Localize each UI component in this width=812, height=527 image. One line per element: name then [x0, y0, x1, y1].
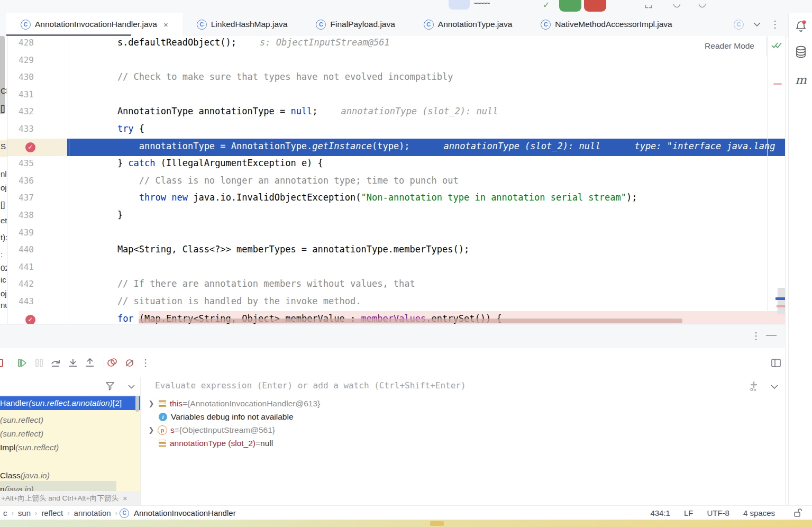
search-icon[interactable]: ◡: [673, 0, 681, 9]
variables-panel[interactable]: ❯this = {AnnotationInvocationHandler@613…: [141, 395, 785, 505]
add-watch-icon[interactable]: [747, 379, 760, 392]
code-line-row[interactable]: 433 try {: [0, 121, 785, 139]
watches-chevron-icon[interactable]: [768, 380, 781, 393]
code-line-row[interactable]: 439: [0, 225, 785, 242]
tab-annotationtype-java[interactable]: CAnnotationType.java: [409, 13, 526, 36]
line-number[interactable]: 440: [10, 244, 34, 255]
status-item[interactable]: LF: [684, 508, 694, 517]
notifications-bell-icon[interactable]: [794, 19, 808, 33]
breadcrumb-item[interactable]: reflect: [41, 508, 63, 517]
debug-more-kebab-icon[interactable]: ⋮: [139, 357, 152, 369]
layout-settings-icon[interactable]: [770, 357, 782, 369]
editor-vertical-scrollbar[interactable]: [778, 288, 785, 314]
line-number[interactable]: 436: [10, 176, 34, 186]
variable-row[interactable]: iVariables debug info not available: [141, 410, 294, 423]
code-line-row[interactable]: 441: [0, 259, 785, 277]
breakpoint-icon[interactable]: ✓: [25, 315, 35, 324]
add-user-icon[interactable]: ⌞⌟: [644, 0, 653, 10]
stack-frame-row[interactable]: [0, 455, 140, 468]
evaluate-expression-input[interactable]: Evaluate expression (Enter) or add a wat…: [155, 380, 466, 390]
tab-options-kebab-icon[interactable]: ⋮: [770, 20, 780, 29]
code-line-row[interactable]: 435 } catch (IllegalArgumentException e)…: [0, 156, 785, 173]
step-over-icon[interactable]: [50, 357, 62, 369]
line-number[interactable]: 439: [10, 228, 34, 238]
editor-horizontal-scrollbar[interactable]: [139, 319, 682, 323]
line-number[interactable]: 432: [10, 106, 34, 116]
line-number[interactable]: 428: [10, 38, 34, 48]
tabs-dropdown-chevron-icon[interactable]: [753, 22, 761, 26]
right-tool-sidebar: m: [788, 13, 812, 505]
hint-close-icon[interactable]: ×: [123, 494, 127, 503]
line-number[interactable]: 429: [10, 55, 34, 65]
line-number[interactable]: 431: [10, 89, 34, 99]
stack-frame-row[interactable]: n (java.io): [0, 483, 140, 491]
code-line-row[interactable]: 438 }: [0, 207, 785, 225]
hidden-tabs-class-icon[interactable]: C: [734, 20, 744, 30]
code-line-row[interactable]: 436 // Class is no longer an annotation …: [0, 173, 785, 190]
variable-row[interactable]: ❯ps = {ObjectInputStream@561}: [141, 423, 275, 437]
tab-linkedhashmap-java[interactable]: CLinkedHashMap.java: [183, 13, 302, 36]
line-number[interactable]: 430: [10, 72, 34, 82]
maven-icon[interactable]: m: [794, 73, 808, 87]
stack-frame-row[interactable]: Impl (sun.reflect): [0, 441, 140, 455]
line-number[interactable]: 441: [10, 262, 34, 272]
debug-button[interactable]: [559, 0, 581, 12]
stack-frame-row[interactable]: Handler (sun.reflect.annotation) [2]: [0, 396, 140, 410]
reader-mode-label[interactable]: Reader Mode: [705, 41, 754, 51]
line-number[interactable]: 435: [10, 158, 34, 168]
breadcrumb-item[interactable]: sun: [18, 508, 31, 517]
code-line-row[interactable]: 431: [0, 87, 785, 104]
mute-breakpoints-icon[interactable]: [123, 357, 136, 369]
frames-scrollbar[interactable]: [135, 396, 139, 412]
unlock-icon[interactable]: [793, 508, 802, 517]
frames-dropdown-chevron-icon[interactable]: [125, 380, 138, 393]
database-icon[interactable]: [794, 46, 808, 59]
variable-row[interactable]: annotationType (slot_2) = null: [141, 437, 273, 450]
variable-row[interactable]: ❯this = {AnnotationInvocationHandler@613…: [141, 397, 320, 410]
step-into-icon[interactable]: [67, 357, 79, 369]
frames-filter-icon[interactable]: [104, 379, 116, 392]
hide-panel-icon[interactable]: —: [766, 329, 777, 341]
code-line-row[interactable]: 430 // Check to make sure that types hav…: [0, 69, 785, 87]
line-number[interactable]: 443: [10, 296, 34, 306]
tab-finalpayload-java[interactable]: CFinalPayload.java: [302, 13, 409, 36]
code-line-row[interactable]: 429: [0, 52, 785, 70]
breadcrumb-item[interactable]: annotation: [74, 508, 111, 517]
expand-chevron-icon[interactable]: ❯: [147, 426, 156, 434]
settings-gear-icon[interactable]: ◡: [698, 0, 706, 9]
code-line-row[interactable]: 437 throw new java.io.InvalidObjectExcep…: [0, 190, 785, 207]
tab-close-icon[interactable]: ×: [163, 20, 168, 29]
status-item[interactable]: 4 spaces: [743, 508, 775, 517]
breakpoint-icon[interactable]: ✓: [25, 142, 35, 152]
resume-icon[interactable]: [16, 357, 29, 369]
status-item[interactable]: UTF-8: [707, 508, 729, 517]
line-number[interactable]: 442: [10, 279, 34, 289]
code-line-row[interactable]: 443 // situation is handled by the invok…: [0, 294, 785, 311]
expand-chevron-icon[interactable]: ❯: [147, 399, 156, 407]
stop-button[interactable]: [584, 0, 606, 12]
line-number[interactable]: 433: [10, 124, 34, 134]
run-configuration-chip[interactable]: [449, 0, 470, 10]
breadcrumb-item[interactable]: AnnotationInvocationHandler: [134, 508, 236, 517]
inspections-ok-icon[interactable]: [771, 41, 782, 50]
tab-nativemethodaccessorimpl-java[interactable]: CNativeMethodAccessorImpl.java: [526, 13, 686, 36]
line-number[interactable]: 437: [10, 193, 34, 203]
step-out-icon[interactable]: [84, 357, 96, 369]
stop-icon[interactable]: [0, 357, 5, 369]
code-line-row[interactable]: ✓ annotationType = AnnotationType.getIns…: [0, 139, 785, 156]
code-line-row[interactable]: 442 // If there are annotation members w…: [0, 276, 785, 294]
tab-annotationinvocationhandler-java[interactable]: CAnnotationInvocationHandler.java×: [6, 13, 183, 36]
code-editor[interactable]: 428 s.defaultReadObject();s: ObjectInput…: [0, 36, 785, 324]
code-line-row[interactable]: 432 AnnotationType annotationType = null…: [0, 104, 785, 121]
frames-panel[interactable]: Handler (sun.reflect.annotation) [2](sun…: [0, 395, 140, 491]
view-breakpoints-icon[interactable]: [106, 357, 118, 369]
error-stripe-mark[interactable]: [773, 83, 782, 85]
status-item[interactable]: 434:1: [650, 508, 670, 517]
code-line-row[interactable]: 440 Map<String, Class<?>> memberTypes = …: [0, 242, 785, 259]
code-line-row[interactable]: 428 s.defaultReadObject();s: ObjectInput…: [0, 36, 785, 52]
line-number[interactable]: 438: [10, 210, 34, 220]
debug-header-kebab-icon[interactable]: ⋮: [751, 331, 761, 341]
stack-frame-row[interactable]: (sun.reflect): [0, 413, 140, 427]
breadcrumb-item[interactable]: c: [3, 508, 7, 517]
stack-frame-row[interactable]: (sun.reflect): [0, 427, 140, 441]
